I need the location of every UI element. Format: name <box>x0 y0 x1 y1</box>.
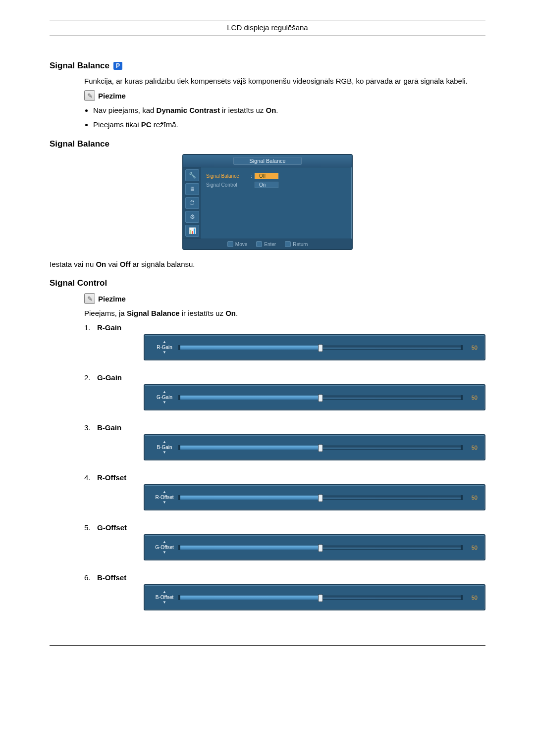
slider-track[interactable] <box>179 396 462 400</box>
slider-number: 2. <box>84 373 97 382</box>
slider-panel: ▲R-Offset▼50 <box>144 484 485 510</box>
text: ir iestatīts uz <box>180 309 226 317</box>
arrow-down-icon[interactable]: ▼ <box>162 351 166 354</box>
osd-tab-icon[interactable]: 🔧 <box>185 169 199 181</box>
arrow-down-icon[interactable]: ▼ <box>162 551 166 554</box>
slider-thumb[interactable] <box>318 344 323 352</box>
text-bold: Off <box>120 260 131 268</box>
text-bold: Dynamic Contrast <box>157 106 220 114</box>
header-rule <box>50 36 485 36</box>
osd-tab-icon[interactable]: 🖥 <box>185 183 199 195</box>
arrow-down-icon[interactable]: ▼ <box>162 401 166 404</box>
slider-channel-name: R-Gain <box>157 345 172 350</box>
slider-track[interactable] <box>179 596 462 600</box>
note-bullets: Nav pieejams, kad Dynamic Contrast ir ie… <box>84 105 485 130</box>
osd-main: Signal Balance : Off Signal Control On <box>201 167 352 239</box>
slider-thumb[interactable] <box>318 444 323 452</box>
bullet-item: Nav pieejams, kad Dynamic Contrast ir ie… <box>93 105 485 116</box>
colon: : <box>251 173 255 179</box>
slider-number: 5. <box>84 523 97 532</box>
slider-panel: ▲B-Offset▼50 <box>144 584 485 610</box>
bottom-rule <box>50 645 485 646</box>
signal-balance-description: Funkcija, ar kuras palīdzību tiek kompen… <box>84 76 485 86</box>
top-rule <box>50 20 485 20</box>
text: Pieejams, ja <box>84 309 127 317</box>
arrow-up-icon[interactable]: ▲ <box>162 340 166 344</box>
slider-track[interactable] <box>179 546 462 550</box>
note-row: ✎ Piezīme <box>84 293 485 304</box>
arrow-up-icon[interactable]: ▲ <box>162 590 166 594</box>
arrow-up-icon[interactable]: ▲ <box>162 540 166 544</box>
slider-number: 6. <box>84 573 97 582</box>
slider-item: 4.R-Offset▲R-Offset▼50 <box>84 473 485 510</box>
slider-channel-label: ▲R-Offset▼ <box>150 490 179 504</box>
slider-thumb[interactable] <box>318 594 323 602</box>
signal-control-availability: Pieejams, ja Signal Balance ir iestatīts… <box>84 308 485 318</box>
arrow-up-icon[interactable]: ▲ <box>162 440 166 444</box>
arrow-down-icon[interactable]: ▼ <box>162 451 166 454</box>
osd-row-label: Signal Control <box>206 182 251 188</box>
note-label: Piezīme <box>98 295 126 303</box>
note-icon: ✎ <box>84 293 95 304</box>
slider-panel: ▲B-Gain▼50 <box>144 434 485 460</box>
note-label: Piezīme <box>98 92 126 100</box>
arrow-down-icon[interactable]: ▼ <box>162 501 166 504</box>
osd-footer: Move Enter Return <box>183 239 352 249</box>
slider-item: 3.B-Gain▲B-Gain▼50 <box>84 423 485 460</box>
text-bold: On <box>96 260 106 268</box>
slider-value: 50 <box>467 445 478 451</box>
signal-balance-caption: Iestata vai nu On vai Off ar signāla bal… <box>50 259 485 269</box>
text: Nav pieejams, kad <box>93 106 157 114</box>
text-bold: On <box>225 309 236 317</box>
note-row: ✎ Piezīme <box>84 90 485 101</box>
text: . <box>276 106 278 114</box>
slider-name: R-Offset <box>97 473 126 482</box>
slider-track-wrap: 50 <box>179 445 478 451</box>
slider-track-wrap: 50 <box>179 395 478 401</box>
slider-thumb[interactable] <box>318 544 323 552</box>
slider-panel: ▲G-Gain▼50 <box>144 384 485 410</box>
slider-channel-name: R-Offset <box>155 495 173 500</box>
text-bold: PC <box>141 120 152 129</box>
slider-track[interactable] <box>179 446 462 450</box>
osd-tab-icon[interactable]: ⏱ <box>185 197 199 209</box>
slider-channel-label: ▲G-Gain▼ <box>150 390 179 404</box>
slider-label: 6.B-Offset <box>84 573 144 582</box>
slider-thumb[interactable] <box>318 494 323 502</box>
osd-footer-return: Return <box>285 241 308 247</box>
slider-value: 50 <box>467 345 478 351</box>
heading-signal-balance-menu: Signal Balance <box>50 139 485 149</box>
osd-row-value: Off <box>255 173 278 179</box>
osd-tab-icon[interactable]: ⚙ <box>185 211 199 223</box>
text-bold: Signal Balance <box>127 309 180 317</box>
slider-panel: ▲G-Offset▼50 <box>144 534 485 560</box>
arrow-up-icon[interactable]: ▲ <box>162 490 166 494</box>
osd-row-signal-balance[interactable]: Signal Balance : Off <box>206 171 347 180</box>
slider-item: 5.G-Offset▲G-Offset▼50 <box>84 523 485 560</box>
slider-value: 50 <box>467 495 478 501</box>
arrow-down-icon[interactable]: ▼ <box>162 601 166 605</box>
slider-value: 50 <box>467 595 478 601</box>
slider-track[interactable] <box>179 496 462 500</box>
slider-thumb[interactable] <box>318 394 323 402</box>
osd-tab-icon[interactable]: 📊 <box>185 225 199 237</box>
slider-item: 2.G-Gain▲G-Gain▼50 <box>84 373 485 410</box>
slider-track[interactable] <box>179 346 462 350</box>
slider-item: 1.R-Gain▲R-Gain▼50 <box>84 323 485 360</box>
slider-track-wrap: 50 <box>179 545 478 551</box>
slider-value: 50 <box>467 395 478 401</box>
text: ar signāla balansu. <box>130 260 195 268</box>
heading-text: Signal Balance <box>50 139 109 149</box>
heading-text: Signal Control <box>50 278 107 288</box>
slider-channel-name: G-Gain <box>157 395 172 400</box>
osd-row-signal-control[interactable]: Signal Control On <box>206 180 347 189</box>
slider-label: 3.B-Gain <box>84 423 144 432</box>
pc-mode-icon: P <box>113 62 122 70</box>
text: Pieejams tikai <box>93 120 141 129</box>
arrow-up-icon[interactable]: ▲ <box>162 390 166 394</box>
heading-signal-balance: Signal Balance P <box>50 61 485 71</box>
osd-footer-enter: Enter <box>256 241 276 247</box>
slider-channel-label: ▲R-Gain▼ <box>150 340 179 354</box>
page-header: LCD displeja regulēšana <box>50 23 485 32</box>
slider-number: 1. <box>84 323 97 332</box>
